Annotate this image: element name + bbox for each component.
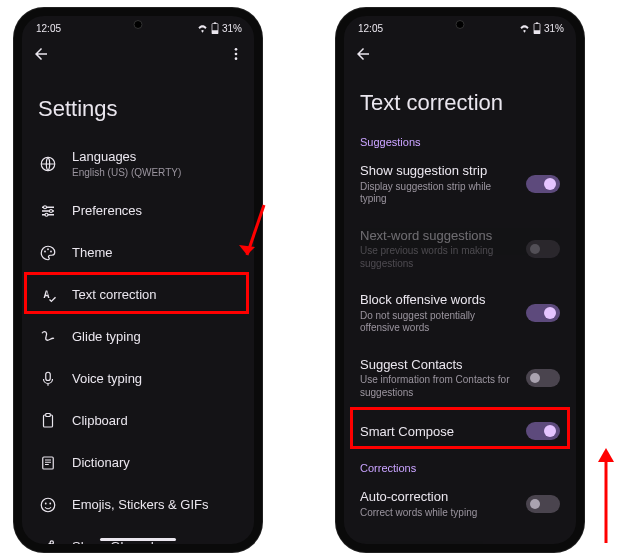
svg-point-10: [44, 251, 46, 253]
row-emojis[interactable]: Emojis, Stickers & GIFs: [22, 484, 254, 526]
switch-show-suggestion-strip[interactable]: [526, 175, 560, 193]
row-sub: English (US) (QWERTY): [72, 167, 238, 180]
switch-next-word: [526, 240, 560, 258]
switch-suggest-contacts[interactable]: [526, 369, 560, 387]
gesture-bar: [100, 538, 176, 541]
row-voice-typing[interactable]: Voice typing: [22, 358, 254, 400]
section-corrections: Corrections: [344, 452, 576, 478]
svg-point-18: [45, 503, 47, 505]
svg-point-4: [235, 53, 238, 56]
annotation-arrow-right: [594, 448, 616, 548]
switch-auto-correction[interactable]: [526, 495, 560, 513]
svg-point-11: [47, 248, 49, 250]
row-title: Suggest Contacts: [360, 357, 512, 373]
arrow-back-icon: [354, 45, 372, 63]
more-vert-icon: [228, 46, 244, 62]
svg-rect-26: [536, 22, 538, 24]
row-block-offensive[interactable]: Block offensive wordsDo not suggest pote…: [344, 281, 576, 346]
svg-point-22: [50, 550, 53, 552]
back-button[interactable]: [354, 45, 372, 63]
more-button[interactable]: [228, 46, 244, 62]
row-title: Undo auto-correct on backspace: [360, 541, 512, 552]
svg-point-7: [44, 206, 47, 209]
svg-point-21: [50, 541, 53, 544]
row-title: Next-word suggestions: [360, 228, 512, 244]
mic-icon: [39, 370, 57, 388]
page-title: Settings: [22, 68, 254, 138]
svg-rect-1: [214, 22, 216, 24]
row-title: Share Gboard: [72, 539, 238, 552]
row-title: Theme: [72, 245, 238, 261]
app-bar: [22, 38, 254, 68]
tune-icon: [39, 202, 57, 220]
svg-rect-13: [46, 372, 51, 380]
row-title: Show suggestion strip: [360, 163, 512, 179]
row-title: Block offensive words: [360, 292, 512, 308]
row-title: Auto-correction: [360, 489, 512, 505]
row-languages[interactable]: LanguagesEnglish (US) (QWERTY): [22, 138, 254, 190]
switch-block-offensive[interactable]: [526, 304, 560, 322]
row-sub: Correct words while typing: [360, 507, 512, 520]
row-sub: Use information from Contacts for sugges…: [360, 374, 512, 399]
palette-icon: [39, 244, 57, 262]
phone-settings-screen: 12:05 31% Settings LanguagesEnglish (US)…: [14, 8, 262, 552]
row-title: Dictionary: [72, 455, 238, 471]
clock: 12:05: [358, 23, 383, 34]
share-icon: [39, 538, 57, 552]
battery-icon: [533, 22, 541, 34]
row-suggest-contacts[interactable]: Suggest ContactsUse information from Con…: [344, 346, 576, 411]
svg-rect-2: [212, 30, 218, 34]
section-suggestions: Suggestions: [344, 126, 576, 152]
row-theme[interactable]: Theme: [22, 232, 254, 274]
wifi-icon: [197, 24, 208, 33]
svg-point-8: [50, 210, 53, 213]
svg-point-19: [49, 503, 51, 505]
row-smart-compose[interactable]: Smart Compose: [344, 410, 576, 452]
wifi-icon: [519, 24, 530, 33]
svg-point-17: [41, 498, 55, 512]
svg-point-5: [235, 57, 238, 60]
globe-icon: [39, 155, 57, 173]
row-undo-autocorrect: Undo auto-correct on backspaceReturn to …: [344, 530, 576, 552]
page-title: Text correction: [344, 68, 576, 126]
row-text-correction[interactable]: Text correction: [22, 274, 254, 316]
row-sub: Display suggestion strip while typing: [360, 181, 512, 206]
row-title: Languages: [72, 149, 238, 165]
app-bar: [344, 38, 576, 68]
camera-hole: [456, 20, 465, 29]
row-dictionary[interactable]: Dictionary: [22, 442, 254, 484]
gesture-icon: [39, 328, 57, 346]
settings-list: LanguagesEnglish (US) (QWERTY) Preferenc…: [22, 138, 254, 552]
row-title: Smart Compose: [360, 424, 512, 440]
row-title: Glide typing: [72, 329, 238, 345]
svg-rect-15: [46, 414, 51, 417]
row-title: Voice typing: [72, 371, 238, 387]
phone-text-correction-screen: 12:05 31% Text correction Suggestions Sh…: [336, 8, 584, 552]
svg-point-9: [45, 213, 48, 216]
book-icon: [39, 454, 57, 472]
row-auto-correction[interactable]: Auto-correctionCorrect words while typin…: [344, 478, 576, 530]
row-show-suggestion-strip[interactable]: Show suggestion stripDisplay suggestion …: [344, 152, 576, 217]
row-sub: Do not suggest potentially offensive wor…: [360, 310, 512, 335]
row-title: Text correction: [72, 287, 238, 303]
svg-rect-16: [43, 457, 54, 469]
switch-smart-compose[interactable]: [526, 422, 560, 440]
emoji-icon: [39, 496, 57, 514]
svg-point-3: [235, 48, 238, 51]
row-sub: Use previous words in making suggestions: [360, 245, 512, 270]
battery-pct: 31%: [222, 23, 242, 34]
spellcheck-icon: [39, 286, 57, 304]
row-glide-typing[interactable]: Glide typing: [22, 316, 254, 358]
row-title: Clipboard: [72, 413, 238, 429]
row-preferences[interactable]: Preferences: [22, 190, 254, 232]
arrow-back-icon: [32, 45, 50, 63]
row-next-word-suggestions: Next-word suggestionsUse previous words …: [344, 217, 576, 282]
row-clipboard[interactable]: Clipboard: [22, 400, 254, 442]
svg-point-12: [50, 251, 52, 253]
svg-point-20: [42, 545, 45, 548]
svg-marker-29: [598, 448, 614, 462]
row-title: Preferences: [72, 203, 238, 219]
clock: 12:05: [36, 23, 61, 34]
row-title: Emojis, Stickers & GIFs: [72, 497, 238, 513]
back-button[interactable]: [32, 45, 50, 63]
